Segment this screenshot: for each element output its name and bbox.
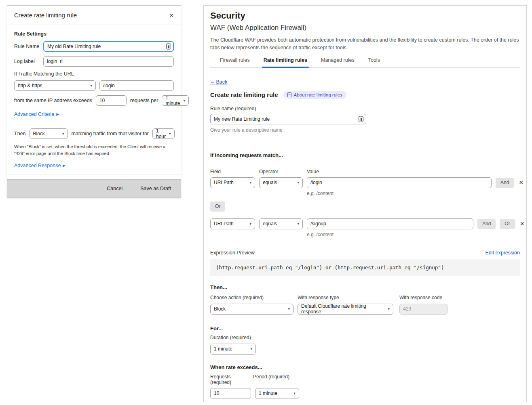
threshold-row: from the same IP address exceeds request… <box>14 95 174 106</box>
back-arrow-icon: ← <box>210 79 215 85</box>
action-select[interactable]: Block ▾ <box>210 304 293 315</box>
chevron-down-icon: ▾ <box>293 391 296 395</box>
back-link[interactable]: ←Back <box>210 79 227 85</box>
exceeds-prefix-label: from the same IP address exceeds <box>14 98 92 103</box>
security-waf-panel: Security WAF (Web Application Firewall) … <box>203 5 527 402</box>
value-hint: e.g. /content <box>307 232 520 237</box>
or-button[interactable]: Or <box>500 219 515 229</box>
tab-managed-rules[interactable]: Managed rules <box>321 57 355 67</box>
remove-row-icon[interactable]: ✕ <box>519 220 526 227</box>
then-suffix-label: matching traffic from that visitor for <box>72 131 149 136</box>
and-button[interactable]: And <box>496 178 514 188</box>
traffic-matching-label: If Traffic Matching the URL <box>14 71 174 77</box>
rule-name-wrap <box>43 41 174 52</box>
duration-label: Duration (required) <box>210 335 520 340</box>
response-type-label: With response type <box>298 295 393 300</box>
scheme-select[interactable]: http & https ▾ <box>14 80 96 91</box>
operator-column-label: Operator <box>259 169 307 174</box>
requests-label: Requests (required) <box>210 374 253 385</box>
caret-right-icon: ▶ <box>63 164 65 168</box>
log-label-input[interactable] <box>43 56 174 67</box>
page-title: Security <box>210 10 520 21</box>
period-select[interactable]: 1 minute ▾ <box>255 388 299 399</box>
form-title-row: Create rate limiting rule About rate lim… <box>210 91 520 99</box>
match-row-1: URI Path ▾ equals ▾ And ✕ <box>210 177 520 188</box>
response-code-input <box>399 304 448 315</box>
chevron-down-icon: ▾ <box>288 307 290 311</box>
tab-rate-limiting-rules[interactable]: Rate limiting rules <box>264 57 307 67</box>
chevron-down-icon: ▾ <box>183 99 185 103</box>
url-input[interactable] <box>99 80 174 91</box>
value-input[interactable] <box>307 218 473 229</box>
dialog-footer: Cancel Save as Draft <box>7 179 181 197</box>
requests-input[interactable] <box>96 95 127 106</box>
advanced-criteria-link[interactable]: Advanced Criteria ▶ <box>14 111 59 117</box>
remove-row-icon[interactable]: ✕ <box>518 179 524 186</box>
duration-select[interactable]: 1 minute ▾ <box>210 344 256 355</box>
rule-settings-heading: Rule Settings <box>14 31 174 37</box>
waf-tabs: Firewall rules Rate limiting rules Manag… <box>210 57 520 68</box>
autofill-icon <box>359 116 363 122</box>
operator-select[interactable]: equals ▾ <box>259 177 303 188</box>
then-label: Then <box>14 131 26 136</box>
rate-heading: When rate exceeds... <box>210 364 520 370</box>
rule-name-row: Rule Name <box>14 41 174 52</box>
field-column-label: Field <box>210 169 259 174</box>
response-code-label: With response code <box>399 295 448 300</box>
rule-name-input[interactable] <box>43 41 174 52</box>
save-as-draft-button[interactable]: Save as Draft <box>140 186 171 191</box>
for-heading: For... <box>210 325 520 332</box>
action-select[interactable]: Block ▾ <box>30 128 68 139</box>
block-duration-select[interactable]: 1 hour ▾ <box>152 128 175 139</box>
value-hint: e.g. /content <box>307 191 520 196</box>
field-select[interactable]: URI Path ▾ <box>210 218 255 229</box>
chevron-down-icon: ▾ <box>297 180 299 185</box>
rule-name-label: Rule Name <box>14 44 40 49</box>
edit-expression-link[interactable]: Edit expression <box>486 250 520 256</box>
operator-select[interactable]: equals ▾ <box>259 218 303 229</box>
or-button[interactable]: Or <box>210 201 225 212</box>
choose-action-label: Choose action (required) <box>210 295 293 300</box>
value-input[interactable] <box>307 177 492 188</box>
dialog-title: Create rate limiting rule <box>14 12 77 19</box>
chevron-down-icon: ▾ <box>249 180 251 185</box>
then-row: Then Block ▾ matching traffic from that … <box>14 128 174 139</box>
advanced-response-link[interactable]: Advanced Response ▶ <box>14 163 65 168</box>
log-label-label: Log label <box>14 59 40 64</box>
rule-name-input[interactable] <box>210 114 366 124</box>
exceeds-suffix-label: requests per <box>130 98 158 103</box>
divider <box>7 174 181 174</box>
period-label: Period (required) <box>253 374 289 385</box>
value-column-label: Value <box>307 169 319 174</box>
period-select[interactable]: 1 minute ▾ <box>162 95 189 106</box>
page-subtitle: WAF (Web Application Firewall) <box>210 24 520 32</box>
close-icon[interactable]: ✕ <box>169 13 174 18</box>
chevron-down-icon: ▾ <box>90 84 92 88</box>
form-title: Create rate limiting rule <box>210 91 278 98</box>
chevron-down-icon: ▾ <box>169 132 171 136</box>
requests-input[interactable] <box>210 388 251 399</box>
url-match-row: http & https ▾ <box>14 80 174 91</box>
field-select[interactable]: URI Path ▾ <box>210 177 255 188</box>
match-row-2: URI Path ▾ equals ▾ And Or ✕ <box>210 218 520 229</box>
response-type-select[interactable]: Default Cloudflare rate limiting respons… <box>298 304 393 315</box>
chevron-down-icon: ▾ <box>249 222 251 226</box>
match-heading: If incoming requests match... <box>210 152 520 158</box>
log-label-row: Log label <box>14 56 174 67</box>
tab-firewall-rules[interactable]: Firewall rules <box>220 57 250 67</box>
cancel-button[interactable]: Cancel <box>107 186 122 191</box>
rule-name-label: Rule name (required) <box>210 106 520 111</box>
about-rate-limiting-badge[interactable]: About rate limiting rules <box>283 91 346 99</box>
page-description: The Cloudflare WAF provides both automat… <box>210 36 520 52</box>
create-rate-limiting-rule-dialog: Create rate limiting rule ✕ Rule Setting… <box>7 5 181 198</box>
divider <box>7 123 181 123</box>
and-button[interactable]: And <box>477 219 496 229</box>
dialog-body: Rule Settings Rule Name Log label If Tra… <box>7 25 181 187</box>
block-note: When “Block” is set, when the threshold … <box>14 143 174 157</box>
dialog-header: Create rate limiting rule ✕ <box>7 6 181 25</box>
then-heading: Then... <box>210 284 520 290</box>
expression-preview-label: Expression Preview <box>210 250 255 256</box>
rule-name-help: Give your rule a descriptive name <box>210 127 520 133</box>
chevron-down-icon: ▾ <box>250 347 252 351</box>
tab-tools[interactable]: Tools <box>368 57 380 67</box>
